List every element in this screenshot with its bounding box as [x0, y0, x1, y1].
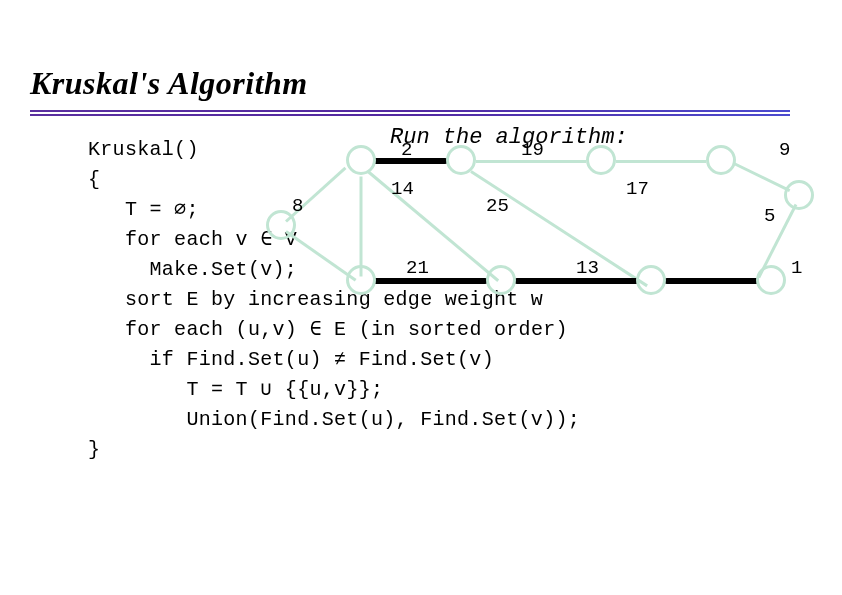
- edge-weight: 5: [764, 205, 775, 227]
- code-line: }: [88, 438, 100, 461]
- code-line: Kruskal(): [88, 138, 199, 161]
- edge-d-e: [733, 162, 790, 192]
- edge-c-d: [616, 160, 706, 163]
- page-title: Kruskal's Algorithm: [30, 65, 308, 102]
- graph-node: [636, 265, 666, 295]
- code-line: Union(Find.Set(u), Find.Set(v));: [88, 408, 580, 431]
- edge-weight: 19: [521, 139, 544, 161]
- code-line: if Find.Set(u) ≠ Find.Set(v): [88, 348, 494, 371]
- graph-diagram: 2 19 9 14 17 8 25 5 21 13 1: [346, 145, 826, 315]
- code-line: Make.Set(v);: [88, 258, 297, 281]
- edge-i-j-bold: [664, 278, 759, 284]
- code-line: T = T ∪ {{u,v}};: [88, 378, 383, 401]
- graph-node: [486, 265, 516, 295]
- divider-bottom: [30, 114, 790, 116]
- graph-node: [346, 265, 376, 295]
- edge-a-g: [360, 177, 363, 277]
- edge-weight: 8: [292, 195, 303, 217]
- graph-node: [346, 145, 376, 175]
- code-line: for each v ∈ V: [88, 228, 297, 251]
- graph-node: [586, 145, 616, 175]
- edge-weight: 2: [401, 139, 412, 161]
- edge-weight: 1: [791, 257, 802, 279]
- graph-node: [756, 265, 786, 295]
- edge-weight: 21: [406, 257, 429, 279]
- edge-weight: 17: [626, 178, 649, 200]
- edge-weight: 9: [779, 139, 790, 161]
- divider-top: [30, 110, 790, 112]
- edge-weight: 13: [576, 257, 599, 279]
- slide: Kruskal's Algorithm Run the algorithm: K…: [0, 0, 842, 595]
- graph-node: [784, 180, 814, 210]
- edge-weight: 25: [486, 195, 509, 217]
- edge-weight: 14: [391, 178, 414, 200]
- code-line: T = ∅;: [88, 198, 199, 221]
- graph-node: [446, 145, 476, 175]
- edge-a-h: [367, 170, 499, 282]
- edge-g-h-bold: [373, 278, 488, 284]
- code-line: {: [88, 168, 100, 191]
- graph-node: [706, 145, 736, 175]
- code-line: for each (u,v) ∈ E (in sorted order): [88, 318, 568, 341]
